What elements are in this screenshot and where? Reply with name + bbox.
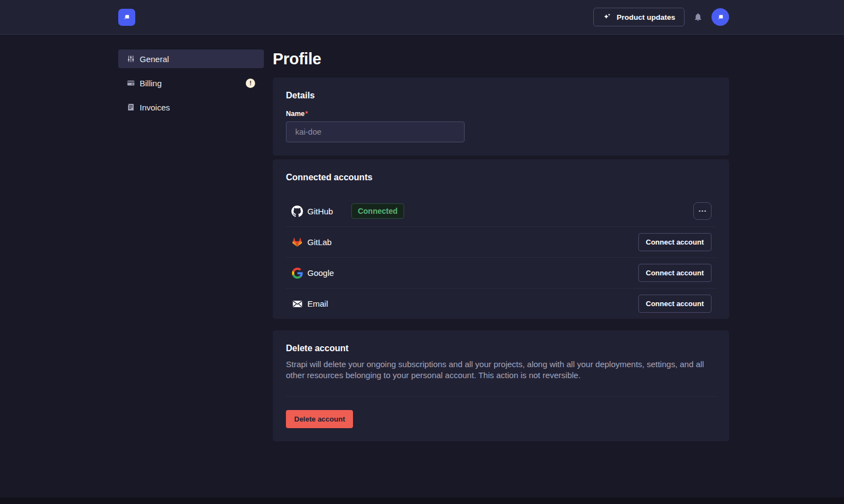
strapi-logo-icon [122, 12, 132, 23]
account-row-github: GitHub Connected [286, 196, 716, 226]
product-updates-button[interactable]: Product updates [593, 8, 685, 26]
sidebar-item-label: General [140, 54, 169, 64]
avatar[interactable] [711, 8, 729, 26]
strapi-logo[interactable] [118, 9, 135, 26]
ellipsis-icon [699, 211, 706, 212]
profile-page: Profile Details Name* Connected accounts [273, 49, 729, 441]
sidebar-item-label: Billing [140, 79, 162, 88]
sparkles-icon [603, 13, 611, 21]
details-heading: Details [286, 91, 716, 101]
required-asterisk: * [305, 110, 308, 118]
sidebar-item-label: Invoices [140, 103, 170, 112]
divider [286, 396, 716, 397]
sidebar-item-invoices[interactable]: Invoices [118, 98, 264, 117]
top-bar: Product updates [0, 0, 844, 35]
delete-account-button[interactable]: Delete account [286, 410, 353, 428]
settings-sidebar: General Billing ! [118, 49, 264, 117]
account-row-gitlab: GitLab Connect account [286, 226, 716, 257]
avatar-logo-icon [715, 12, 726, 23]
delete-account-heading: Delete account [286, 344, 716, 353]
page-title: Profile [273, 49, 729, 68]
name-input[interactable] [286, 121, 465, 142]
name-label: Name* [286, 110, 716, 118]
bottom-edge-strip [0, 497, 844, 504]
provider-name: Email [307, 299, 328, 308]
google-icon [291, 267, 303, 279]
provider-name: GitLab [307, 237, 332, 247]
credit-card-icon [127, 79, 135, 87]
account-row-email: Email Connect account [286, 288, 716, 319]
delete-account-description: Strapi will delete your ongoing subscrip… [286, 359, 716, 381]
product-updates-label: Product updates [616, 13, 675, 21]
github-icon [291, 206, 303, 217]
notifications-button[interactable] [693, 12, 703, 22]
warning-badge-icon: ! [246, 79, 255, 88]
invoice-icon [127, 103, 135, 111]
connected-accounts-heading: Connected accounts [286, 173, 716, 182]
sidebar-item-billing[interactable]: Billing ! [118, 74, 264, 92]
content-layout: General Billing ! [118, 49, 729, 441]
connected-accounts-card: Connected accounts GitHub Connected [273, 159, 729, 319]
gitlab-connect-button[interactable]: Connect account [638, 233, 711, 251]
gitlab-icon [291, 236, 303, 248]
details-card: Details Name* [273, 77, 729, 156]
connected-status-badge: Connected [351, 203, 404, 219]
github-options-button[interactable] [693, 202, 711, 220]
sliders-icon [127, 55, 135, 63]
delete-account-card: Delete account Strapi will delete your o… [273, 330, 729, 441]
accounts-list: GitHub Connected [286, 196, 716, 319]
google-connect-button[interactable]: Connect account [638, 264, 711, 282]
bell-icon [693, 12, 703, 22]
provider-name: GitHub [307, 207, 333, 216]
sidebar-item-general[interactable]: General [118, 49, 264, 68]
provider-name: Google [307, 268, 334, 278]
account-row-google: Google Connect account [286, 257, 716, 288]
email-icon [291, 298, 303, 309]
email-connect-button[interactable]: Connect account [638, 295, 711, 313]
